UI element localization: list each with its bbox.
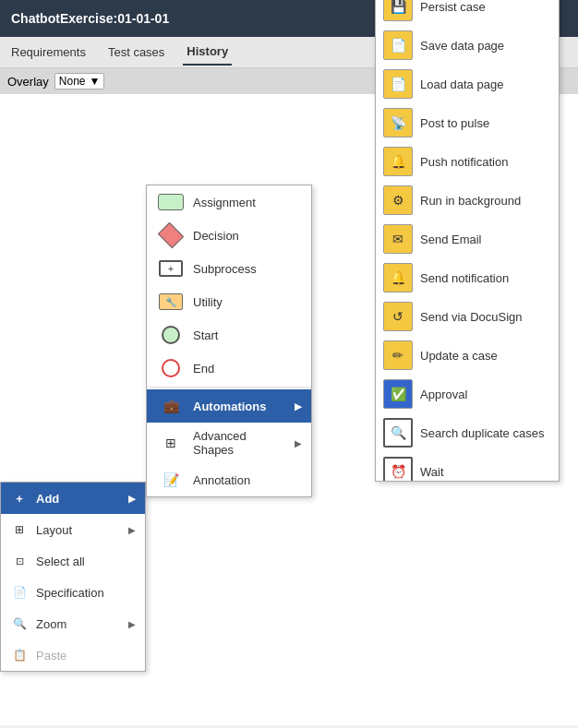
annotation-label: Annotation bbox=[193, 473, 302, 487]
post-to-pulse-label: Post to pulse bbox=[420, 116, 489, 130]
start-label: Start bbox=[193, 328, 302, 342]
menu-item-advanced-shapes[interactable]: ⊞ Advanced Shapes ▶ bbox=[147, 423, 311, 463]
action-send-notification[interactable]: 🔔 Send notification bbox=[376, 258, 559, 297]
utility-shape-icon: 🔧 bbox=[156, 292, 186, 312]
menu-item-select-all[interactable]: ⊡ Select all bbox=[1, 545, 145, 577]
menu-level-3: 📎 Attach content ▶ Change to a stage ▶ C… bbox=[375, 0, 560, 482]
menu-item-paste: 📋 Paste bbox=[1, 639, 145, 671]
overlay-value: None bbox=[59, 75, 86, 88]
menu-level-1: + Add ▶ ⊞ Layout ▶ ⊡ Select all 📄 Specif… bbox=[0, 482, 146, 672]
decision-shape-icon bbox=[156, 225, 186, 245]
send-email-label: Send Email bbox=[420, 233, 481, 246]
specification-label: Specification bbox=[36, 586, 136, 600]
update-case-icon: ✏ bbox=[383, 340, 413, 370]
persist-case-label: Persist case bbox=[420, 0, 486, 14]
end-label: End bbox=[193, 362, 302, 376]
persist-case-icon: 💾 bbox=[383, 0, 413, 21]
end-shape-icon bbox=[156, 358, 186, 378]
app-title: ChatbotExercise:01-01-01 bbox=[11, 11, 169, 26]
canvas-area: + Add ▶ ⊞ Layout ▶ ⊡ Select all 📄 Specif… bbox=[0, 94, 578, 725]
tab-test-cases[interactable]: Test cases bbox=[104, 40, 168, 65]
run-in-background-icon: ⚙ bbox=[383, 185, 413, 215]
overlay-label: Overlay bbox=[7, 75, 49, 89]
action-load-data-page[interactable]: 📄 Load data page bbox=[376, 65, 559, 103]
push-notification-icon: 🔔 bbox=[383, 147, 413, 176]
send-docusign-icon: ↺ bbox=[383, 302, 413, 331]
action-save-data-page[interactable]: 📄 Save data page bbox=[376, 26, 559, 65]
zoom-arrow-icon: ▶ bbox=[128, 619, 136, 629]
action-run-in-background[interactable]: ⚙ Run in background bbox=[376, 181, 559, 220]
menu-item-decision[interactable]: Decision bbox=[147, 219, 311, 252]
advanced-shapes-label: Advanced Shapes bbox=[193, 429, 287, 457]
select-all-icon: ⊡ bbox=[10, 552, 29, 570]
menu-item-utility[interactable]: 🔧 Utility bbox=[147, 285, 311, 318]
zoom-label: Zoom bbox=[36, 617, 121, 631]
layout-icon: ⊞ bbox=[10, 520, 29, 539]
paste-icon: 📋 bbox=[10, 646, 29, 664]
menu-item-end[interactable]: End bbox=[147, 352, 311, 385]
run-in-background-label: Run in background bbox=[420, 194, 521, 208]
annotation-icon: 📝 bbox=[156, 470, 186, 490]
menu-item-assignment[interactable]: Assignment bbox=[147, 185, 311, 219]
assignment-label: Assignment bbox=[193, 196, 302, 209]
action-search-duplicate[interactable]: 🔍 Search duplicate cases bbox=[376, 413, 559, 452]
search-duplicate-icon: 🔍 bbox=[383, 418, 413, 448]
add-label: Add bbox=[36, 492, 121, 506]
layout-label: Layout bbox=[36, 523, 121, 537]
paste-label: Paste bbox=[36, 649, 136, 662]
menu-item-annotation[interactable]: 📝 Annotation bbox=[147, 463, 311, 496]
automations-arrow-icon: ▶ bbox=[295, 401, 302, 412]
specification-icon: 📄 bbox=[10, 583, 29, 602]
add-icon: + bbox=[10, 489, 29, 507]
subprocess-shape-icon: + bbox=[156, 258, 186, 279]
menu-separator-1 bbox=[147, 387, 311, 388]
menu-item-zoom[interactable]: 🔍 Zoom ▶ bbox=[1, 608, 145, 639]
send-email-icon: ✉ bbox=[383, 224, 413, 254]
menu-item-layout[interactable]: ⊞ Layout ▶ bbox=[1, 514, 145, 545]
action-push-notification[interactable]: 🔔 Push notification bbox=[376, 142, 559, 181]
send-docusign-label: Send via DocuSign bbox=[420, 310, 523, 324]
menu-item-add[interactable]: + Add ▶ bbox=[1, 483, 145, 514]
wait-label: Wait bbox=[420, 465, 444, 479]
tab-requirements[interactable]: Requirements bbox=[7, 40, 90, 65]
load-data-page-icon: 📄 bbox=[383, 69, 413, 99]
action-send-docusign[interactable]: ↺ Send via DocuSign bbox=[376, 297, 559, 336]
tab-history[interactable]: History bbox=[183, 39, 232, 66]
update-case-label: Update a case bbox=[420, 349, 498, 363]
load-data-page-label: Load data page bbox=[420, 78, 503, 91]
decision-label: Decision bbox=[193, 229, 302, 243]
menu-level-2: Assignment Decision + Subprocess 🔧 Utili… bbox=[146, 185, 312, 497]
zoom-icon: 🔍 bbox=[10, 615, 29, 633]
send-notification-label: Send notification bbox=[420, 271, 509, 285]
utility-label: Utility bbox=[193, 295, 302, 309]
action-update-case[interactable]: ✏ Update a case bbox=[376, 336, 559, 375]
save-data-page-label: Save data page bbox=[420, 39, 504, 53]
send-notification-icon: 🔔 bbox=[383, 263, 413, 292]
action-post-to-pulse[interactable]: 📡 Post to pulse bbox=[376, 103, 559, 142]
action-wait[interactable]: ⏰ Wait bbox=[376, 452, 559, 482]
menu-item-automations[interactable]: 💼 Automations ▶ bbox=[147, 389, 311, 423]
menu-item-subprocess[interactable]: + Subprocess bbox=[147, 252, 311, 285]
subprocess-label: Subprocess bbox=[193, 262, 302, 276]
advanced-shapes-arrow-icon: ▶ bbox=[295, 438, 302, 448]
menu-item-specification[interactable]: 📄 Specification bbox=[1, 577, 145, 608]
context-menu: + Add ▶ ⊞ Layout ▶ ⊡ Select all 📄 Specif… bbox=[0, 482, 146, 672]
menu-item-start[interactable]: Start bbox=[147, 318, 311, 352]
select-all-label: Select all bbox=[36, 555, 136, 568]
start-shape-icon bbox=[156, 325, 186, 345]
automations-label: Automations bbox=[193, 400, 287, 413]
action-approval[interactable]: ✅ Approval bbox=[376, 375, 559, 413]
action-persist-case[interactable]: 💾 Persist case bbox=[376, 0, 559, 26]
add-arrow-icon: ▶ bbox=[128, 494, 136, 504]
layout-arrow-icon: ▶ bbox=[128, 525, 136, 535]
approval-icon: ✅ bbox=[383, 379, 413, 409]
search-duplicate-label: Search duplicate cases bbox=[420, 426, 544, 440]
advanced-shapes-icon: ⊞ bbox=[156, 433, 186, 453]
save-data-page-icon: 📄 bbox=[383, 30, 413, 60]
action-send-email[interactable]: ✉ Send Email bbox=[376, 220, 559, 258]
post-to-pulse-icon: 📡 bbox=[383, 108, 413, 137]
chevron-down-icon: ▼ bbox=[89, 75, 100, 88]
push-notification-label: Push notification bbox=[420, 155, 508, 169]
overlay-dropdown[interactable]: None ▼ bbox=[54, 73, 105, 90]
assignment-shape-icon bbox=[156, 192, 186, 212]
